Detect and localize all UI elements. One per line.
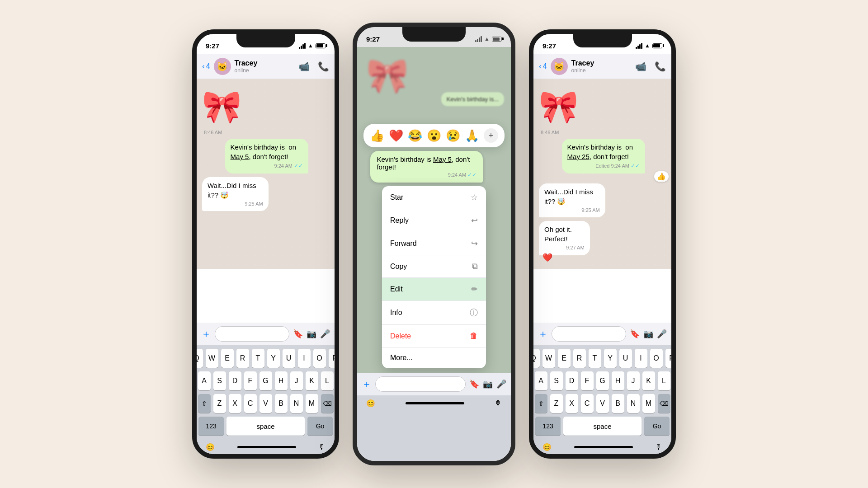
key-n[interactable]: N [290,394,303,413]
key-s-r[interactable]: S [550,371,563,390]
emoji-icon-right[interactable]: 😊 [542,443,552,451]
key-w[interactable]: W [206,349,218,368]
context-item-forward[interactable]: Forward ↪ [382,232,486,255]
emoji-thumbsup[interactable]: 👍 [370,129,384,143]
sticker-icon-middle[interactable]: 🔖 [469,379,479,389]
message-input-right[interactable] [552,326,626,342]
context-item-info[interactable]: Info ⓘ [382,301,486,325]
mic-bottom-icon-left[interactable]: 🎙 [318,443,326,451]
key-b-r[interactable]: B [612,394,624,413]
key-space[interactable]: space [226,417,305,436]
key-o[interactable]: O [313,349,326,368]
key-r-r[interactable]: R [573,349,586,368]
key-123[interactable]: 123 [198,417,224,436]
back-button-right[interactable]: ‹ 4 [539,62,547,71]
key-e-r[interactable]: E [558,349,571,368]
key-d-r[interactable]: D [566,371,578,390]
voice-call-icon-right[interactable]: 📞 [655,61,666,72]
key-123-r[interactable]: 123 [535,417,561,436]
key-backspace-r[interactable]: ⌫ [658,394,670,413]
key-y[interactable]: Y [267,349,280,368]
key-a[interactable]: A [198,371,211,390]
key-k[interactable]: K [306,371,318,390]
add-attachment-right[interactable]: ＋ [538,327,548,341]
key-q-r[interactable]: Q [529,349,540,368]
key-p[interactable]: P [329,349,340,368]
camera-icon[interactable]: 📷 [307,329,316,339]
key-s[interactable]: S [213,371,226,390]
emoji-laugh[interactable]: 😂 [408,129,422,143]
context-item-reply[interactable]: Reply ↩ [382,209,486,232]
key-j[interactable]: J [290,371,303,390]
key-v-r[interactable]: V [596,394,609,413]
key-x-r[interactable]: X [566,394,578,413]
key-space-r[interactable]: space [563,417,642,436]
video-call-icon[interactable]: 📹 [298,61,310,72]
message-input-middle[interactable] [375,376,466,392]
key-e[interactable]: E [221,349,234,368]
key-z[interactable]: Z [213,394,226,413]
key-k-r[interactable]: K [642,371,655,390]
camera-icon-middle[interactable]: 📷 [483,379,493,389]
key-v[interactable]: V [259,394,272,413]
key-g[interactable]: G [259,371,272,390]
key-d[interactable]: D [229,371,241,390]
mic-bottom-middle[interactable]: 🎙 [495,399,502,408]
key-u-r[interactable]: U [619,349,632,368]
key-l[interactable]: L [321,371,334,390]
key-shift-r[interactable]: ⇧ [535,394,547,413]
key-a-r[interactable]: A [535,371,547,390]
emoji-reaction-bar[interactable]: 👍 ❤️ 😂 😮 😢 🙏 + [363,124,505,147]
key-y-r[interactable]: Y [604,349,617,368]
emoji-cry[interactable]: 😢 [446,129,460,143]
key-g-r[interactable]: G [596,371,609,390]
key-f[interactable]: F [244,371,257,390]
key-t-r[interactable]: T [589,349,601,368]
key-m[interactable]: M [306,394,318,413]
context-item-more[interactable]: More... [382,347,486,368]
key-backspace[interactable]: ⌫ [321,394,334,413]
key-go-r[interactable]: Go [644,417,670,436]
sticker-input-icon[interactable]: 🔖 [293,329,303,339]
mic-icon-right[interactable]: 🎤 [657,329,667,339]
key-t[interactable]: T [252,349,264,368]
context-item-delete[interactable]: Delete 🗑 [382,325,486,347]
key-c[interactable]: C [244,394,257,413]
key-x[interactable]: X [229,394,241,413]
sticker-icon-right[interactable]: 🔖 [630,329,640,339]
camera-icon-right[interactable]: 📷 [643,329,653,339]
mic-icon[interactable]: 🎤 [320,329,330,339]
message-input-left[interactable] [215,326,289,342]
context-item-copy[interactable]: Copy ⧉ [382,255,486,278]
key-o-r[interactable]: O [650,349,663,368]
key-w-r[interactable]: W [542,349,555,368]
key-l-r[interactable]: L [658,371,670,390]
key-b[interactable]: B [275,394,288,413]
voice-call-icon[interactable]: 📞 [318,61,329,72]
emoji-heart[interactable]: ❤️ [389,129,403,143]
mic-icon-middle[interactable]: 🎤 [496,379,506,389]
context-item-star[interactable]: Star ☆ [382,186,486,209]
key-m-r[interactable]: M [642,394,655,413]
key-c-r[interactable]: C [581,394,594,413]
key-r[interactable]: R [236,349,249,368]
mic-bottom-icon-right[interactable]: 🎙 [655,443,662,451]
key-q[interactable]: Q [192,349,203,368]
key-f-r[interactable]: F [581,371,594,390]
key-i[interactable]: I [298,349,311,368]
key-h-r[interactable]: H [612,371,624,390]
add-emoji-button[interactable]: + [484,128,498,143]
key-n-r[interactable]: N [627,394,640,413]
key-u[interactable]: U [283,349,295,368]
back-button-left[interactable]: ‹ 4 [202,62,210,71]
emoji-icon-middle[interactable]: 😊 [366,399,375,408]
key-h[interactable]: H [275,371,288,390]
key-shift[interactable]: ⇧ [198,394,211,413]
key-p-r[interactable]: P [665,349,676,368]
add-attachment-middle[interactable]: ＋ [362,377,372,391]
add-attachment-icon[interactable]: ＋ [201,327,211,341]
key-go[interactable]: Go [307,417,333,436]
context-item-edit[interactable]: Edit ✏ [382,278,486,301]
key-j-r[interactable]: J [627,371,640,390]
key-z-r[interactable]: Z [550,394,563,413]
